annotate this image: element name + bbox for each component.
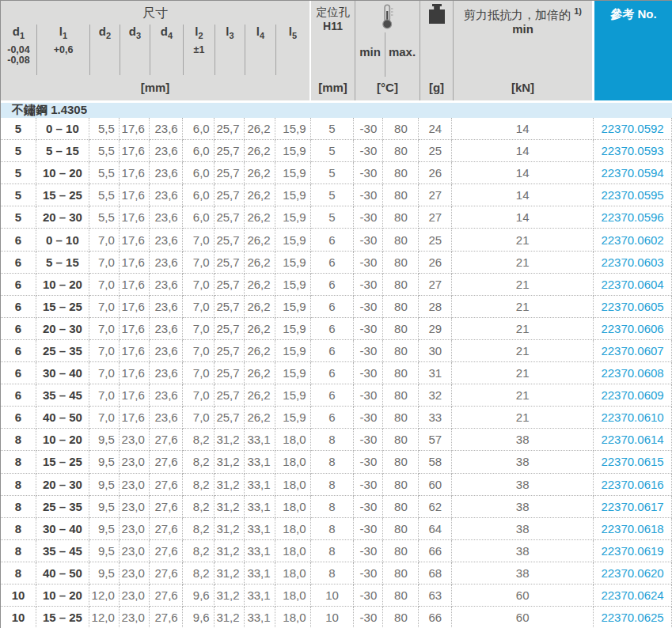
cell-ref[interactable]: 22370.0602 xyxy=(594,229,672,251)
table-header: 尺寸 d1 -0,04-0,08 l1 +0,6 d2 d3 d4 xyxy=(1,1,672,100)
cell-tmin: -30 xyxy=(354,318,383,340)
cell-ref[interactable]: 22370.0609 xyxy=(594,384,672,407)
cell-ref[interactable]: 22370.0616 xyxy=(594,474,672,496)
cell-d4: 27,6 xyxy=(150,518,183,540)
cell-ref[interactable]: 22370.0620 xyxy=(594,562,672,584)
cell-l4: 33,1 xyxy=(245,540,275,562)
cell-ref[interactable]: 22370.0608 xyxy=(594,362,672,384)
cell-ref[interactable]: 22370.0604 xyxy=(594,274,672,296)
cell-ref[interactable]: 22370.0607 xyxy=(594,340,672,362)
cell-tmin: -30 xyxy=(354,407,383,429)
cell-d3: 23,0 xyxy=(120,540,150,562)
cell-kn: 21 xyxy=(452,340,594,362)
locating-hole-unit-label: [mm] xyxy=(311,81,355,94)
cell-d1: 6 xyxy=(1,407,36,429)
cell-l4: 26,2 xyxy=(245,407,275,429)
cell-l1: 20 – 30 xyxy=(36,318,89,340)
cell-g: 64 xyxy=(419,518,452,540)
cell-d3: 17,6 xyxy=(120,318,150,340)
cell-h11: 6 xyxy=(311,340,355,362)
cell-d2: 7,0 xyxy=(89,296,120,318)
cell-tmax: 80 xyxy=(383,274,419,296)
cell-d1: 5 xyxy=(1,118,36,140)
cell-l5: 15,9 xyxy=(275,252,311,274)
cell-l1: 20 – 30 xyxy=(36,474,89,496)
column-header-d1: d1 -0,04-0,08 xyxy=(1,25,36,75)
cell-l4: 33,1 xyxy=(245,607,275,628)
material-section-title: 不鏽鋼 1.4305 xyxy=(12,103,87,118)
cell-ref[interactable]: 22370.0605 xyxy=(594,296,672,318)
column-label-d1: d1 xyxy=(1,25,36,43)
cell-d2: 5,5 xyxy=(89,184,120,206)
cell-l4: 26,2 xyxy=(245,252,275,274)
cell-l1: 30 – 40 xyxy=(36,518,89,540)
cell-d2: 7,0 xyxy=(89,340,120,362)
shear-unit-label: [kN] xyxy=(454,81,592,94)
cell-ref[interactable]: 22370.0595 xyxy=(594,184,672,206)
cell-l5: 15,9 xyxy=(275,184,311,206)
cell-d2: 9,5 xyxy=(89,496,120,518)
cell-l2: 7,0 xyxy=(183,318,215,340)
cell-ref[interactable]: 22370.0596 xyxy=(594,206,672,229)
cell-l3: 25,7 xyxy=(215,162,245,184)
column-label-l4: l4 xyxy=(245,25,275,43)
table-row: 620 – 307,017,623,67,025,726,215,96-3080… xyxy=(1,318,672,340)
locating-hole-fit: H11 xyxy=(311,20,355,32)
size-unit-label: [mm] xyxy=(1,81,309,94)
cell-g: 32 xyxy=(419,384,452,407)
cell-ref[interactable]: 22370.0606 xyxy=(594,318,672,340)
cell-d3: 17,6 xyxy=(120,384,150,407)
cell-l3: 25,7 xyxy=(215,362,245,384)
cell-tmax: 80 xyxy=(383,184,419,206)
cell-g: 57 xyxy=(419,429,452,451)
cell-h11: 8 xyxy=(311,562,355,584)
cell-d1: 6 xyxy=(1,229,36,251)
cell-ref[interactable]: 22370.0603 xyxy=(594,252,672,274)
table-row: 1015 – 2512,023,027,69,631,233,118,010-3… xyxy=(1,607,672,628)
cell-ref[interactable]: 22370.0592 xyxy=(594,118,672,140)
cell-ref[interactable]: 22370.0594 xyxy=(594,162,672,184)
cell-kn: 21 xyxy=(452,296,594,318)
locating-hole-label: 定位孔 xyxy=(311,6,355,20)
cell-l3: 25,7 xyxy=(215,252,245,274)
cell-ref[interactable]: 22370.0610 xyxy=(594,407,672,429)
cell-tmin: -30 xyxy=(354,562,383,584)
cell-l3: 25,7 xyxy=(215,407,245,429)
cell-d2: 9,5 xyxy=(89,451,120,473)
cell-d1: 6 xyxy=(1,362,36,384)
cell-h11: 6 xyxy=(311,384,355,407)
shear-resistance-title: 剪力抵抗力，加倍的 1) xyxy=(454,6,592,23)
cell-ref[interactable]: 22370.0624 xyxy=(594,584,672,607)
cell-d3: 17,6 xyxy=(120,184,150,206)
cell-d3: 23,0 xyxy=(120,584,150,607)
weight-unit-label: [g] xyxy=(420,81,453,94)
cell-d4: 23,6 xyxy=(150,274,183,296)
cell-ref[interactable]: 22370.0615 xyxy=(594,451,672,473)
cell-l5: 15,9 xyxy=(275,384,311,407)
cell-l3: 25,7 xyxy=(215,340,245,362)
column-label-l2: l2 xyxy=(184,25,215,43)
cell-tmin: -30 xyxy=(354,340,383,362)
cell-ref[interactable]: 22370.0617 xyxy=(594,496,672,518)
cell-d1: 8 xyxy=(1,518,36,540)
cell-ref[interactable]: 22370.0625 xyxy=(594,607,672,628)
table-row: 640 – 507,017,623,67,025,726,215,96-3080… xyxy=(1,407,672,429)
cell-kn: 14 xyxy=(452,118,594,140)
cell-ref[interactable]: 22370.0593 xyxy=(594,140,672,162)
cell-g: 58 xyxy=(419,451,452,473)
cell-d3: 17,6 xyxy=(120,140,150,162)
cell-ref[interactable]: 22370.0619 xyxy=(594,540,672,562)
cell-l2: 7,0 xyxy=(183,274,215,296)
column-header-d3: d3 xyxy=(120,25,150,75)
cell-ref[interactable]: 22370.0618 xyxy=(594,518,672,540)
cell-d4: 27,6 xyxy=(150,584,183,607)
cell-l3: 31,2 xyxy=(215,540,245,562)
cell-h11: 5 xyxy=(311,118,355,140)
cell-tmin: -30 xyxy=(354,184,383,206)
cell-kn: 14 xyxy=(452,206,594,229)
cell-tmax: 80 xyxy=(383,252,419,274)
column-label-l3: l3 xyxy=(215,25,245,43)
cell-d4: 23,6 xyxy=(150,140,183,162)
cell-ref[interactable]: 22370.0614 xyxy=(594,429,672,451)
cell-l1: 10 – 20 xyxy=(36,274,89,296)
